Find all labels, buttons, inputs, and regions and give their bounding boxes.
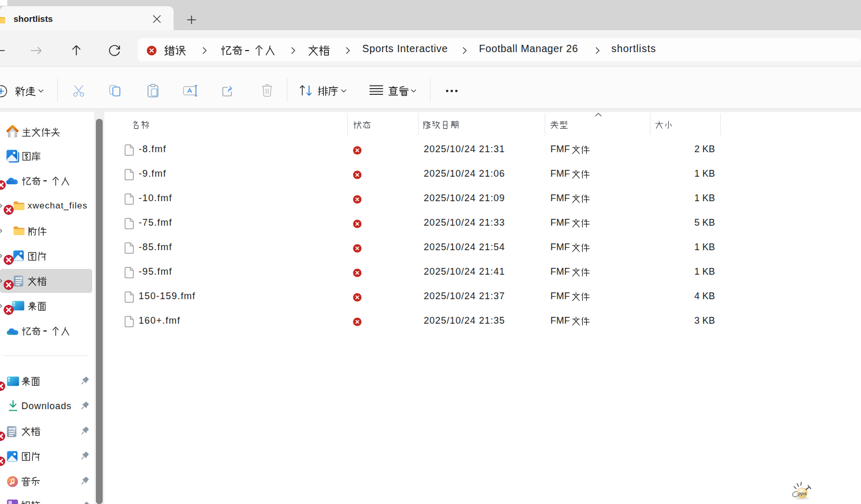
svg-text:pps: pps [797, 491, 806, 496]
